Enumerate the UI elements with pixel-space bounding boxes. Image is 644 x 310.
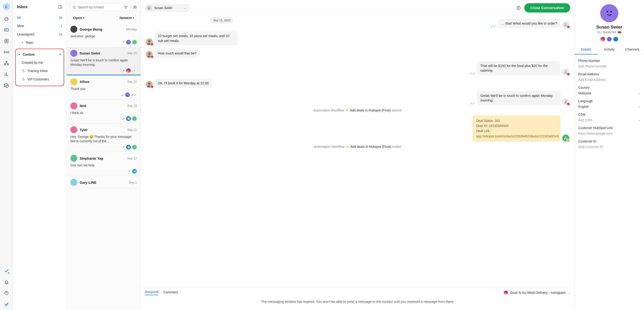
chevron-down-icon: ▾ (83, 16, 84, 20)
instagram-icon (504, 290, 508, 295)
contact-selector-dropdown[interactable]: Susan Swier ⌄ (145, 4, 190, 12)
search-contacts-input[interactable] (70, 3, 130, 11)
broadcast-icon[interactable] (4, 50, 9, 55)
read-ticks-icon: ✓✓ (470, 72, 475, 75)
svg-point-13 (73, 6, 75, 8)
dashboard-icon[interactable] (4, 16, 9, 21)
instagram-icon (566, 73, 570, 76)
custom-item-vip-customers[interactable]: VIP Customers (16, 75, 64, 83)
custom-inboxes-highlight: Custom + Created by me Training Inbox VI… (15, 49, 64, 86)
contact-name-heading: Susan Swier (578, 25, 640, 30)
svg-point-3 (6, 40, 7, 41)
viber-icon (125, 92, 130, 97)
message-out: ✓✓ Great! We'll be in touch to confirm a… (146, 91, 569, 105)
instagram-icon[interactable] (600, 37, 605, 42)
comment-tab[interactable]: Comment (164, 290, 178, 295)
svg-rect-5 (6, 61, 7, 62)
messenger-icon[interactable] (614, 37, 618, 42)
status-icon[interactable] (4, 268, 9, 273)
contact-avatar (146, 81, 153, 88)
filter-icon[interactable] (124, 5, 128, 9)
outgoing-arrow-icon: ↗ (122, 117, 125, 121)
viber-icon[interactable] (607, 37, 612, 42)
respond-tab[interactable]: Respond (145, 290, 158, 295)
timestamp: Sep 14 (127, 80, 137, 83)
messaging-window-expired-notice: The messaging window has expired. You wo… (145, 298, 570, 306)
collapse-sidebar-icon[interactable] (58, 5, 62, 9)
field-value[interactable]: https://www.google.com (578, 132, 640, 135)
svg-point-4 (6, 52, 7, 53)
channel-selector-dropdown[interactable]: Grub N Go Meal Delivery - Instagram ⌄ (504, 290, 570, 295)
activity-tab[interactable]: Activity (598, 45, 621, 55)
messenger-icon (126, 116, 131, 121)
sort-filter-dropdown[interactable]: Newest ▾ (120, 16, 134, 20)
field-value[interactable]: Malaysia⌄ (578, 91, 640, 95)
notifications-icon[interactable] (4, 279, 9, 284)
add-custom-inbox-button[interactable]: + (59, 52, 61, 57)
deal-card: Deal Status: 201 Deal ID: 10192945543 De… (472, 115, 560, 142)
svg-rect-12 (22, 79, 24, 80)
brand-icon[interactable] (4, 302, 9, 307)
folder-unassigned[interactable]: Unassigned 16 (13, 30, 66, 39)
field-value[interactable]: Add Phone Number (578, 64, 640, 68)
add-contact-button[interactable] (133, 5, 137, 10)
conversation-item[interactable]: AthosSep 14Thank you↙✓✓ (67, 76, 140, 100)
svg-rect-7 (7, 64, 8, 65)
chevron-right-icon (21, 42, 24, 44)
chevron-down-icon: ▾ (133, 16, 134, 20)
deal-card-row: Deal Status: 201 Deal ID: 10192945543 De… (146, 115, 569, 142)
read-ticks-icon: ✓✓ (490, 24, 496, 28)
timestamp: Sep 12 (127, 157, 137, 160)
svg-rect-1 (4, 29, 8, 31)
message-preview: Thank you (70, 87, 137, 91)
contacts-icon[interactable] (4, 39, 9, 44)
close-conversation-button[interactable]: Close Conversation (524, 3, 570, 13)
channels-tab[interactable]: Channels (621, 45, 644, 55)
svg-point-22 (565, 71, 566, 72)
workflow-avatar (562, 135, 569, 142)
workspace-avatar[interactable]: C (3, 3, 10, 10)
flag-icon (618, 31, 621, 34)
folder-all[interactable]: All 38 (13, 14, 66, 22)
conversation-item[interactable]: NedSep 13i think so↗ (67, 100, 140, 124)
help-icon[interactable] (4, 290, 9, 296)
search-icon (72, 5, 76, 9)
conversation-item[interactable]: George WongMondaywelcome, george↗ (67, 23, 140, 47)
field-label: Email Address (578, 72, 640, 76)
workflows-icon[interactable] (4, 61, 9, 66)
avatar (70, 126, 77, 133)
field-value[interactable]: Add Email Address (578, 78, 640, 82)
sidebar-title: Inbox (17, 5, 28, 9)
field-value[interactable]: Add CSM⌄ (578, 118, 640, 122)
custom-item-training-inbox[interactable]: Training Inbox (16, 67, 64, 75)
timestamp: Sep 15 (127, 52, 137, 55)
inbox-icon[interactable] (4, 27, 9, 33)
viber-icon (126, 40, 131, 45)
conversation-item[interactable]: TylerSep 12Hey, George 😊 Thanks for your… (67, 124, 140, 152)
instagram-icon (566, 102, 570, 106)
avatar (70, 155, 77, 162)
status-filter-dropdown[interactable]: Open ▾ (73, 16, 84, 20)
agent-avatar (562, 68, 569, 75)
conversation-item[interactable]: Gary LINESep 1 (67, 176, 140, 188)
field-value[interactable]: Add Customer ID (578, 145, 640, 149)
custom-heading: Custom (23, 53, 35, 56)
folder-count: 1 (61, 24, 62, 28)
details-tab[interactable]: Details (574, 45, 598, 55)
svg-point-8 (6, 85, 7, 86)
conversation-item[interactable]: Stephanie YapSep 12how can we help↗ (67, 152, 140, 176)
date-separator: Sep 15, 2022 (210, 17, 233, 24)
folder-mine[interactable]: Mine 1 (13, 22, 66, 30)
snooze-button[interactable] (516, 5, 521, 11)
svg-rect-6 (4, 64, 6, 65)
field-label: Phone Number (578, 59, 640, 63)
field-label: Customer HubSpot Link (578, 126, 640, 130)
reports-icon[interactable] (4, 72, 9, 77)
folder-team[interactable]: Team (13, 39, 66, 47)
lock-icon (22, 78, 25, 81)
field-value[interactable]: English⌄ (578, 105, 640, 108)
chevron-down-icon: ⌄ (638, 92, 640, 95)
instagram-icon (566, 25, 570, 29)
conversation-item[interactable]: Susan SwierSep 15Great! We'll be in touc… (67, 47, 140, 76)
settings-icon[interactable] (4, 83, 9, 88)
